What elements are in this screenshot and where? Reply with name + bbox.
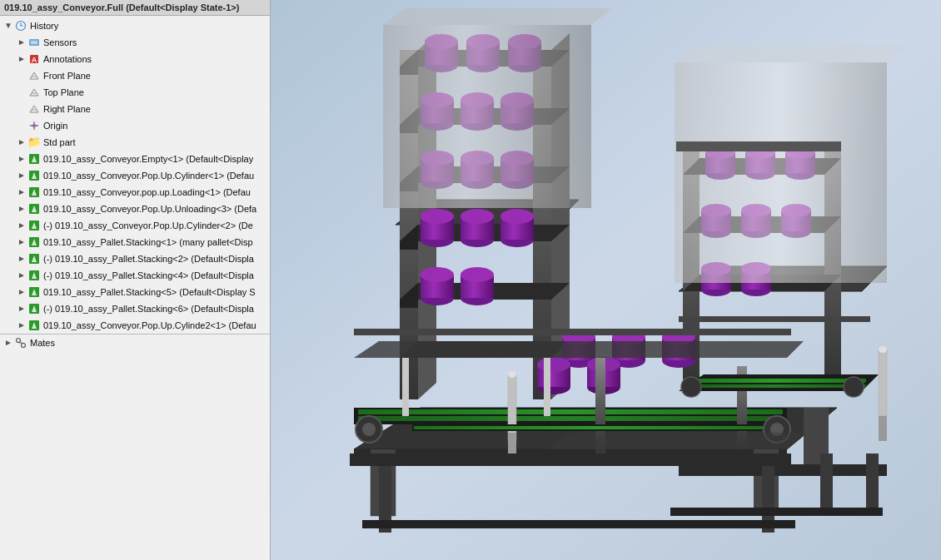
origin-label: Origin	[43, 118, 67, 133]
top-plane-label: Top Plane	[43, 85, 84, 100]
tree-item-history[interactable]: ▼ History	[0, 17, 270, 34]
tree-item-pallet-stacking6[interactable]: ► (-) 019.10_assy_Pallet.Stacking<6> (De…	[0, 300, 270, 317]
expand-arrow-item6[interactable]: ►	[17, 237, 27, 247]
spacer-origin: ►	[17, 121, 27, 131]
item7-label: (-) 019.10_assy_Pallet.Stacking<2> (Defa…	[43, 251, 254, 266]
svg-rect-160	[879, 349, 887, 416]
svg-marker-9	[30, 106, 38, 112]
tree-item-top-plane[interactable]: ► Top Plane	[0, 84, 270, 101]
tree-item-conveyor-popup-cylinde2[interactable]: ► 019.10_assy_Conveyor.Pop.Up.Cylinde2<1…	[0, 317, 270, 334]
tree-item-popup-cylinder1[interactable]: ► 019.10_assy_Conveyor.Pop.Up.Cylinder<1…	[0, 167, 270, 184]
tree-item-pallet-stacking5[interactable]: ► 019.10_assy_Pallet.Stacking<5> (Defaul…	[0, 284, 270, 300]
expand-arrow-item4[interactable]: ►	[17, 204, 27, 214]
annotations-label: Annotations	[43, 52, 92, 67]
mates-icon	[14, 336, 27, 349]
spacer-front: ►	[17, 71, 27, 81]
std-part-label: Std part	[43, 135, 76, 150]
tree-item-origin[interactable]: ► Origin	[0, 117, 270, 134]
svg-rect-187	[544, 358, 550, 416]
svg-point-172	[362, 423, 376, 436]
svg-rect-177	[350, 453, 791, 466]
tree-item-right-plane[interactable]: ► Right Plane	[0, 101, 270, 117]
spacer-right: ►	[17, 104, 27, 114]
component-icon-3	[27, 186, 41, 199]
svg-rect-181	[820, 453, 833, 508]
expand-arrow-item10[interactable]: ►	[17, 304, 27, 314]
feature-tree[interactable]: ▼ History ► Sensors ► A Annotations ►	[0, 16, 270, 560]
component-icon-4	[27, 202, 41, 216]
svg-point-175	[681, 377, 701, 397]
mates-label: Mates	[30, 335, 55, 350]
expand-arrow-item2[interactable]: ►	[17, 171, 27, 181]
svg-point-161	[879, 346, 887, 353]
folder-icon: 📁	[27, 136, 41, 149]
tree-item-front-plane[interactable]: ► Front Plane	[0, 67, 270, 84]
expand-arrow-item7[interactable]: ►	[17, 254, 27, 264]
item10-label: (-) 019.10_assy_Pallet.Stacking<6> (Defa…	[43, 301, 254, 316]
origin-icon	[27, 119, 41, 132]
sensors-icon	[27, 36, 41, 49]
svg-rect-169	[354, 329, 791, 335]
right-plane-label: Right Plane	[43, 102, 91, 116]
svg-rect-184	[670, 508, 883, 516]
tree-item-popup-cylinder2[interactable]: ► (-) 019.10_assy_Conveyor.Pop.Up.Cylind…	[0, 217, 270, 234]
expand-arrow-history[interactable]: ▼	[3, 21, 13, 31]
svg-marker-138	[675, 62, 887, 283]
svg-rect-170	[679, 316, 870, 322]
component-icon-8	[27, 269, 41, 282]
top-plane-icon	[27, 86, 41, 99]
expand-arrow-std-part[interactable]: ►	[17, 137, 27, 147]
tree-item-conveyor-empty[interactable]: ► 019.10_assy_Conveyor.Empty<1> (Default…	[0, 151, 270, 167]
item11-label: 019.10_assy_Conveyor.Pop.Up.Cylinde2<1> …	[43, 318, 256, 333]
spacer-top: ►	[17, 87, 27, 97]
svg-rect-2	[31, 41, 37, 44]
expand-arrow-item1[interactable]: ►	[17, 154, 27, 164]
svg-rect-183	[362, 520, 795, 528]
svg-point-158	[508, 371, 516, 378]
history-icon	[14, 19, 27, 32]
component-icon-10	[27, 302, 41, 315]
svg-rect-166	[683, 379, 866, 383]
svg-point-36	[17, 339, 21, 343]
tree-item-sensors[interactable]: ► Sensors	[0, 34, 270, 51]
tree-item-popup-loading[interactable]: ► 019.10_assy_Conveyor.pop.up.Loading<1>…	[0, 184, 270, 201]
tree-item-pallet-stacking2[interactable]: ► (-) 019.10_assy_Pallet.Stacking<2> (De…	[0, 250, 270, 267]
front-plane-label: Front Plane	[43, 68, 91, 83]
expand-arrow-sensors[interactable]: ►	[17, 37, 27, 47]
item9-label: 019.10_assy_Pallet.Stacking<5> (Default<…	[43, 285, 256, 300]
expand-arrow-item3[interactable]: ►	[17, 187, 27, 197]
svg-point-96	[461, 209, 494, 224]
3d-viewport[interactable]	[271, 0, 941, 560]
tree-item-pallet-stacking1[interactable]: ► 019.10_assy_Pallet.Stacking<1> (many p…	[0, 234, 270, 250]
expand-arrow-mates[interactable]: ►	[3, 338, 13, 348]
svg-rect-162	[879, 416, 887, 441]
svg-point-151	[537, 357, 570, 372]
tree-item-annotations[interactable]: ► A Annotations	[0, 51, 270, 67]
tree-item-pallet-stacking4[interactable]: ► (-) 019.10_assy_Pallet.Stacking<4> (De…	[0, 267, 270, 284]
svg-marker-185	[545, 433, 804, 449]
svg-point-93	[421, 209, 454, 224]
svg-text:A: A	[32, 56, 37, 64]
svg-marker-5	[30, 72, 38, 79]
svg-point-176	[844, 377, 864, 397]
expand-arrow-item11[interactable]: ►	[17, 320, 27, 330]
tree-item-mates[interactable]: ► Mates	[0, 334, 270, 351]
svg-marker-139	[675, 46, 908, 62]
tree-item-popup-unloading[interactable]: ► 019.10_assy_Conveyor.Pop.Up.Unloading<…	[0, 201, 270, 217]
svg-rect-47	[358, 416, 783, 421]
svg-rect-167	[683, 384, 866, 388]
component-icon-6	[27, 235, 41, 249]
expand-arrow-annotations[interactable]: ►	[17, 54, 27, 64]
svg-rect-46	[358, 409, 783, 414]
expand-arrow-item9[interactable]: ►	[17, 287, 27, 297]
tree-item-std-part[interactable]: ► 📁 Std part	[0, 134, 270, 151]
item4-label: 019.10_assy_Conveyor.Pop.Up.Unloading<3>…	[43, 201, 256, 216]
expand-arrow-item5[interactable]: ►	[17, 221, 27, 230]
history-label: History	[30, 18, 58, 33]
sensors-label: Sensors	[43, 35, 77, 50]
component-icon-9	[27, 285, 41, 299]
component-icon-1	[27, 152, 41, 166]
svg-marker-168	[354, 341, 804, 358]
expand-arrow-item8[interactable]: ►	[17, 270, 27, 280]
item1-label: 019.10_assy_Conveyor.Empty<1> (Default<D…	[43, 151, 253, 166]
